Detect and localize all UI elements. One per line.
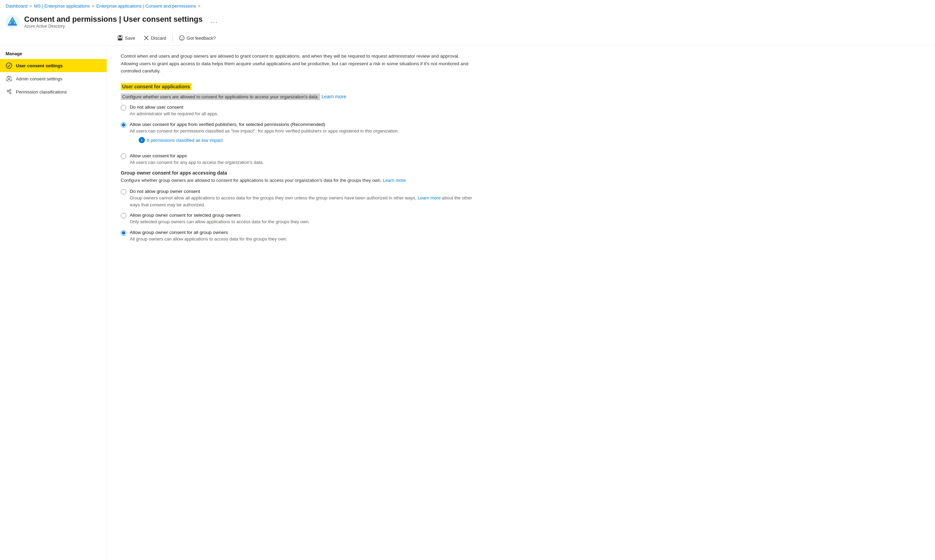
radio-all-group-owners-desc: All group owners can allow applications …: [130, 236, 473, 243]
save-icon: [117, 35, 123, 41]
no-group-consent-desc-text: Group owners cannot allow all applicatio…: [130, 195, 417, 200]
page-subtitle: Azure Active Directory: [24, 24, 203, 29]
radio-no-group-consent-content: Do not allow group owner consent Group o…: [130, 188, 473, 208]
sidebar-item-permission-classifications[interactable]: Permission classifications: [0, 85, 107, 98]
radio-verified-publishers-input[interactable]: [121, 122, 126, 128]
save-label: Save: [125, 35, 135, 41]
feedback-label: Got feedback?: [187, 35, 216, 41]
radio-verified-publishers-desc: All users can consent for permissions cl…: [130, 128, 473, 135]
radio-no-consent-input[interactable]: [121, 105, 126, 111]
main-layout: Manage User consent settings Admin conse…: [0, 46, 935, 560]
discard-label: Discard: [151, 35, 166, 41]
toolbar-divider: [172, 34, 173, 42]
radio-all-group-owners-label[interactable]: Allow group owner consent for all group …: [130, 230, 228, 235]
save-button[interactable]: Save: [114, 34, 139, 42]
breadcrumb-sep-3: >: [198, 4, 200, 9]
radio-verified-publishers: Allow user consent for apps from verifie…: [121, 122, 473, 149]
breadcrumb-consent-permissions[interactable]: Enterprise applications | Consent and pe…: [96, 3, 196, 9]
radio-no-consent-desc: An administrator will be required for al…: [130, 111, 473, 117]
user-consent-applications-section: User consent for applications Configure …: [121, 83, 473, 166]
radio-selected-group-owners: Allow group owner consent for selected g…: [121, 212, 473, 225]
radio-no-group-consent: Do not allow group owner consent Group o…: [121, 188, 473, 208]
toolbar: Save Discard Got feedback?: [0, 31, 935, 46]
radio-no-group-consent-input[interactable]: [121, 189, 126, 195]
radio-all-apps-input[interactable]: [121, 154, 126, 159]
svg-point-1: [11, 20, 14, 23]
page-header: Consent and permissions | User consent s…: [0, 12, 935, 31]
radio-all-apps-content: Allow user consent for apps All users ca…: [130, 153, 473, 166]
azure-icon: [6, 15, 19, 29]
sidebar-permission-label: Permission classifications: [16, 89, 67, 95]
radio-all-group-owners: Allow group owner consent for all group …: [121, 229, 473, 243]
header-text: Consent and permissions | User consent s…: [24, 15, 203, 29]
breadcrumb-dashboard[interactable]: Dashboard: [6, 3, 28, 9]
permission-classifications-icon: [6, 88, 12, 95]
breadcrumb-sep-2: >: [92, 4, 94, 9]
sidebar-manage-label: Manage: [0, 48, 107, 59]
svg-point-10: [6, 63, 12, 68]
svg-rect-3: [119, 35, 121, 37]
more-options-button[interactable]: ···: [210, 18, 218, 26]
discard-button[interactable]: Discard: [140, 34, 170, 42]
permissions-info-link-container: i 6 permissions classified as low impact: [139, 137, 473, 143]
breadcrumb-sep-1: >: [30, 4, 32, 9]
radio-all-group-owners-input[interactable]: [121, 230, 126, 236]
sidebar: Manage User consent settings Admin conse…: [0, 46, 107, 560]
breadcrumb: Dashboard > MS | Enterprise applications…: [0, 0, 935, 12]
radio-no-consent-content: Do not allow user consent An administrat…: [130, 104, 473, 117]
page-description: Control when end users and group owners …: [121, 52, 473, 75]
radio-selected-group-owners-content: Allow group owner consent for selected g…: [130, 212, 473, 225]
feedback-icon: [179, 35, 185, 41]
radio-verified-publishers-label[interactable]: Allow user consent for apps from verifie…: [130, 122, 325, 127]
content-area: Control when end users and group owners …: [107, 46, 486, 560]
radio-all-apps-label[interactable]: Allow user consent for apps: [130, 153, 187, 158]
group-consent-title: Group owner consent for apps accessing d…: [121, 170, 473, 175]
info-icon: i: [139, 137, 145, 143]
sidebar-user-consent-label: User consent settings: [16, 63, 63, 68]
feedback-button[interactable]: Got feedback?: [175, 34, 220, 42]
radio-selected-group-owners-desc: Only selected group owners can allow app…: [130, 218, 473, 225]
svg-point-7: [179, 35, 184, 40]
radio-selected-group-owners-label[interactable]: Allow group owner consent for selected g…: [130, 212, 240, 218]
sidebar-admin-consent-label: Admin consent settings: [16, 76, 62, 82]
user-consent-learn-more[interactable]: Learn more: [321, 94, 346, 99]
radio-verified-publishers-content: Allow user consent for apps from verifie…: [130, 122, 473, 149]
svg-point-8: [180, 37, 181, 38]
user-consent-icon: [6, 62, 12, 69]
svg-rect-4: [118, 38, 122, 40]
svg-point-11: [8, 77, 10, 79]
sidebar-item-user-consent-settings[interactable]: User consent settings: [0, 59, 107, 72]
page-title: Consent and permissions | User consent s…: [24, 15, 203, 24]
user-consent-apps-desc: Configure whether users are allowed to c…: [121, 94, 320, 100]
radio-all-group-owners-content: Allow group owner consent for all group …: [130, 229, 473, 243]
radio-no-consent: Do not allow user consent An administrat…: [121, 104, 473, 117]
radio-all-apps-desc: All users can consent for any app to acc…: [130, 159, 473, 166]
radio-all-apps: Allow user consent for apps All users ca…: [121, 153, 473, 166]
radio-no-group-consent-label[interactable]: Do not allow group owner consent: [130, 189, 200, 194]
svg-point-13: [7, 91, 9, 92]
permissions-info-link[interactable]: 6 permissions classified as low impact: [147, 138, 223, 143]
user-consent-apps-title: User consent for applications: [121, 83, 191, 90]
radio-no-consent-label[interactable]: Do not allow user consent: [130, 105, 183, 110]
group-consent-section: Group owner consent for apps accessing d…: [121, 170, 473, 243]
no-group-consent-learn-more[interactable]: Learn more: [418, 195, 441, 200]
sidebar-item-admin-consent-settings[interactable]: Admin consent settings: [0, 72, 107, 85]
radio-no-group-consent-desc: Group owners cannot allow all applicatio…: [130, 195, 473, 208]
svg-point-14: [10, 89, 11, 91]
admin-consent-icon: [6, 75, 12, 82]
group-consent-desc: Configure whether group owners are allow…: [121, 177, 473, 184]
group-consent-learn-more[interactable]: Learn more: [383, 178, 406, 183]
radio-selected-group-owners-input[interactable]: [121, 213, 126, 218]
discard-icon: [143, 35, 149, 41]
group-consent-desc-text: Configure whether group owners are allow…: [121, 178, 381, 183]
svg-point-9: [183, 37, 183, 38]
breadcrumb-enterprise-apps[interactable]: MS | Enterprise applications: [34, 3, 90, 9]
